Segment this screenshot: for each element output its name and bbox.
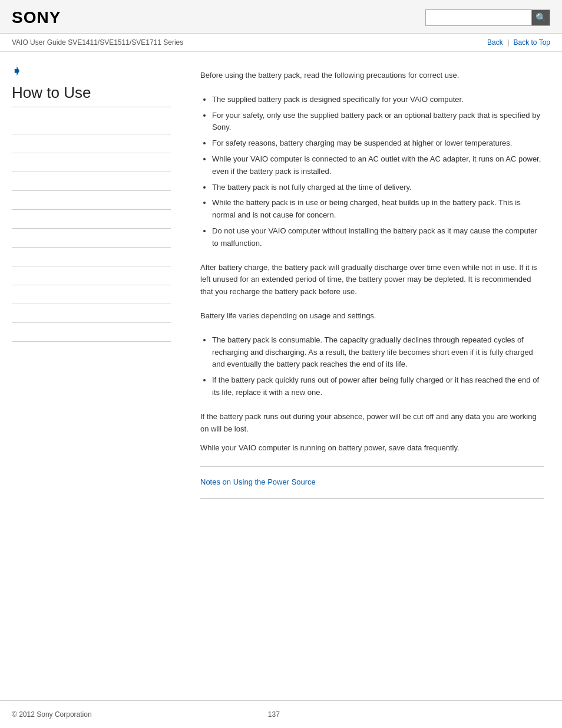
main-container: ➧ How to Use xyxy=(0,52,562,521)
bullets2-list: The battery pack is consumable. The capa… xyxy=(212,334,544,399)
sidebar-link[interactable] xyxy=(12,196,14,205)
sidebar-link[interactable] xyxy=(12,272,14,280)
list-item: The supplied battery pack is designed sp… xyxy=(212,94,544,106)
sidebar-link[interactable] xyxy=(12,177,14,186)
list-item xyxy=(12,134,171,153)
search-input[interactable] xyxy=(425,9,531,26)
sidebar-chevron: ➧ xyxy=(12,64,171,78)
sidebar-link[interactable] xyxy=(12,328,14,337)
nav-links: Back | Back to Top xyxy=(487,38,550,47)
bullets2-section: The battery pack is consumable. The capa… xyxy=(200,334,544,399)
sony-logo: SONY xyxy=(12,8,61,27)
list-item xyxy=(12,248,171,266)
list-item xyxy=(12,304,171,323)
para2-section: After battery charge, the battery pack w… xyxy=(200,262,544,298)
sidebar-link[interactable] xyxy=(12,253,14,261)
list-item: While the battery pack is in use or bein… xyxy=(212,197,544,222)
list-item xyxy=(12,210,171,229)
list-item xyxy=(12,153,171,172)
list-item: For your safety, only use the supplied b… xyxy=(212,110,544,134)
bullets1-section: The supplied battery pack is designed sp… xyxy=(200,94,544,250)
list-item: The battery pack is consumable. The capa… xyxy=(212,334,544,371)
list-item: The battery pack is not fully charged at… xyxy=(212,182,544,194)
nav-bar: VAIO User Guide SVE1411/SVE1511/SVE1711 … xyxy=(0,34,562,52)
section-divider-bottom xyxy=(200,498,544,499)
para2: After battery charge, the battery pack w… xyxy=(200,262,544,298)
main-content: Before using the battery pack, read the … xyxy=(183,52,562,521)
footer-page-number: 137 xyxy=(92,710,456,719)
bullets1-list: The supplied battery pack is designed sp… xyxy=(212,94,544,250)
back-to-top-link[interactable]: Back to Top xyxy=(514,38,550,47)
related-links-section: Notes on Using the Power Source xyxy=(200,477,544,486)
list-item: If the battery pack quickly runs out of … xyxy=(212,374,544,399)
sidebar-link[interactable] xyxy=(12,309,14,318)
intro-section: Before using the battery pack, read the … xyxy=(200,70,544,82)
list-item xyxy=(12,116,171,134)
section-divider xyxy=(200,466,544,467)
nav-divider: | xyxy=(507,38,509,47)
search-icon: 🔍 xyxy=(535,12,547,23)
list-item xyxy=(12,191,171,210)
intro-paragraph: Before using the battery pack, read the … xyxy=(200,70,544,82)
header: SONY 🔍 xyxy=(0,0,562,34)
list-item xyxy=(12,229,171,248)
sidebar-link[interactable] xyxy=(12,234,14,242)
list-item xyxy=(12,323,171,342)
sidebar-link-list xyxy=(12,116,171,342)
sidebar-link[interactable] xyxy=(12,121,14,129)
para3-section: Battery life varies depending on usage a… xyxy=(200,310,544,322)
para4b: While your VAIO computer is running on b… xyxy=(200,442,544,454)
sidebar-link[interactable] xyxy=(12,140,14,148)
search-button[interactable]: 🔍 xyxy=(531,9,550,26)
para4a: If the battery pack runs out during your… xyxy=(200,411,544,436)
list-item xyxy=(12,266,171,285)
list-item xyxy=(12,285,171,304)
footer-copyright: © 2012 Sony Corporation xyxy=(12,710,92,719)
nav-title: VAIO User Guide SVE1411/SVE1511/SVE1711 … xyxy=(12,38,183,47)
list-item: While your VAIO computer is connected to… xyxy=(212,153,544,178)
sidebar-link[interactable] xyxy=(12,291,14,299)
content-wrapper: ➧ How to Use xyxy=(0,52,562,700)
notes-power-source-link[interactable]: Notes on Using the Power Source xyxy=(200,477,316,486)
search-area: 🔍 xyxy=(425,9,550,26)
list-item: Do not use your VAIO computer without in… xyxy=(212,225,544,250)
sidebar-link[interactable] xyxy=(12,215,14,223)
list-item: For safety reasons, battery charging may… xyxy=(212,137,544,150)
sidebar-title: How to Use xyxy=(12,84,171,107)
para4-section: If the battery pack runs out during your… xyxy=(200,411,544,454)
list-item xyxy=(12,172,171,191)
footer: © 2012 Sony Corporation 137 xyxy=(0,700,562,728)
sidebar: ➧ How to Use xyxy=(0,52,183,521)
para3: Battery life varies depending on usage a… xyxy=(200,310,544,322)
back-link[interactable]: Back xyxy=(487,38,503,47)
sidebar-link[interactable] xyxy=(12,159,14,167)
